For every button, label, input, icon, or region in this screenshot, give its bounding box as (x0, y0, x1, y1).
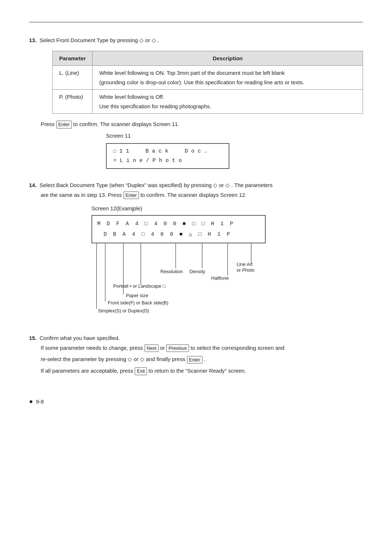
step-15-line2: re-select the parameter by pressing ◇ or… (41, 354, 363, 364)
parameter-table: Parameter Description L. (Line) White le… (52, 51, 363, 114)
desc-line-1: White level following is ON. Top 3mm par… (99, 70, 285, 76)
step-15-number: 15. (29, 335, 37, 341)
step-15-text7: . (204, 356, 205, 362)
previous-key: Previous (166, 344, 189, 352)
next-key: Next (144, 344, 159, 352)
label-simplex: Simplex(S) or Duplex(D) (98, 308, 149, 313)
desc-photo: White level following is Off. Use this s… (93, 90, 363, 114)
diagram-area: Resolution Density Line Art or Photo Por… (91, 243, 309, 323)
desc-line-2: (grounding color is drop-out color). Use… (99, 79, 304, 85)
enter-key: Enter (56, 121, 72, 129)
diamond-left-icon: ◇ (139, 37, 145, 43)
step-15-text2: If some parameter needs to change, press (41, 345, 143, 351)
step-14-text3: are the same as in step 13. Press (41, 192, 122, 198)
step-15-text3: to select the corresponding screen and (191, 345, 285, 351)
step-14-or: or (219, 182, 224, 188)
step-15-content: If some parameter needs to change, press… (41, 343, 363, 376)
screen-12-label: Screen 12(Examjple) (91, 203, 363, 214)
label-halftone: Halftone (211, 275, 229, 281)
diamond-right-15-icon: ◇ (140, 356, 146, 362)
table-header-param: Parameter (53, 51, 93, 66)
diamond-right-14-icon: ◇ (225, 182, 231, 188)
screen-11-box: □ 1 1 B a c k D o c . = L i n e / P h o … (106, 143, 229, 169)
page-number: 9-8 (36, 398, 44, 405)
step-15-line1: If some parameter needs to change, press… (41, 343, 363, 353)
step-15-or2: or (134, 356, 138, 362)
step-13-text: Select Front Document Type by pressing (40, 37, 138, 43)
step-15-or1: or (160, 345, 165, 351)
label-frontback: Front side(F) or Back side(B) (108, 300, 168, 305)
param-photo: P. (Photo) (53, 90, 93, 114)
step-15-line3: If all parameters are acceptable, press … (41, 366, 363, 376)
diamond-left-15-icon: ◇ (128, 356, 134, 362)
press-enter-line: Press Enter to confirm. The scanner disp… (41, 119, 363, 129)
step-13-number: 13. (29, 37, 37, 43)
step-14-text2: . The parameters (231, 182, 273, 188)
step-13: 13. Select Front Document Type by pressi… (29, 36, 363, 170)
step-15-text1: Confirm what you have specified. (40, 335, 120, 341)
step-13-or: or (145, 37, 150, 43)
table-row: P. (Photo) White level following is Off.… (53, 90, 363, 114)
screen-12-line2: D B A 4 □ 4 0 0 ■ △ □ H 1 P (97, 229, 260, 240)
screen-12-line1: M D F A 4 □ 4 0 0 ■ □ □ H 1 P (97, 219, 260, 229)
enter-key-14: Enter (123, 191, 139, 199)
diamond-left-14-icon: ◇ (213, 182, 219, 188)
step-14: 14. Select Back Document Type (when “Dup… (29, 181, 363, 323)
label-portrait: Portrait ▪ or Landscape □ (113, 283, 166, 289)
page-number-area: ● 9-8 (29, 398, 363, 405)
step-15: 15. Confirm what you have specified. If … (29, 333, 363, 376)
desc-photo-2: Use this specification for reading photo… (99, 103, 211, 109)
label-density: Density (189, 269, 205, 274)
step-15-text8: If all parameters are acceptable, press (41, 368, 133, 374)
bullet-icon: ● (29, 398, 33, 405)
desc-photo-1: White level following is Off. (99, 94, 164, 100)
label-resolution: Resolution (160, 269, 183, 274)
step-15-text6: and finally press (146, 356, 185, 362)
enter-key-15: Enter (187, 356, 203, 364)
label-papersize: Paper size (126, 293, 148, 298)
label-orphoto: or Photo (237, 267, 254, 273)
screen-11-label: Screen 11 (106, 131, 363, 141)
table-header-desc: Description (93, 51, 363, 66)
step-15-text4: re-select the parameter by pressing (41, 356, 126, 362)
screen-11-line1-text: 1 1 B a c k D o c . (119, 148, 208, 154)
screen-12-box: M D F A 4 □ 4 0 0 ■ □ □ H 1 P D B A 4 □ … (91, 215, 266, 243)
step-15-text9: to return to the “Scanner Ready” screen. (148, 368, 246, 374)
press-text: Press (41, 121, 54, 127)
step-14-text4: to confirm. The scanner displays Screen … (140, 192, 246, 198)
step-14-number: 14. (29, 182, 37, 188)
step-14-text1: Select Back Document Type (when “Duplex”… (40, 182, 212, 188)
screen-11-line2: = L i n e / P h o t o (113, 156, 222, 166)
press-enter-text2: to confirm. The scanner displays Screen … (73, 121, 179, 127)
exit-key: Exit (135, 367, 147, 375)
param-line: L. (Line) (53, 66, 93, 90)
label-lineart: Line Art (237, 262, 253, 267)
table-row: L. (Line) White level following is ON. T… (53, 66, 363, 90)
screen-11-line1: □ 1 1 B a c k D o c . (113, 147, 222, 156)
diamond-right-icon: ◇ (152, 37, 158, 43)
diagram-svg: Resolution Density Line Art or Photo Por… (91, 243, 309, 323)
top-border (29, 22, 363, 23)
desc-line: White level following is ON. Top 3mm par… (93, 66, 363, 90)
